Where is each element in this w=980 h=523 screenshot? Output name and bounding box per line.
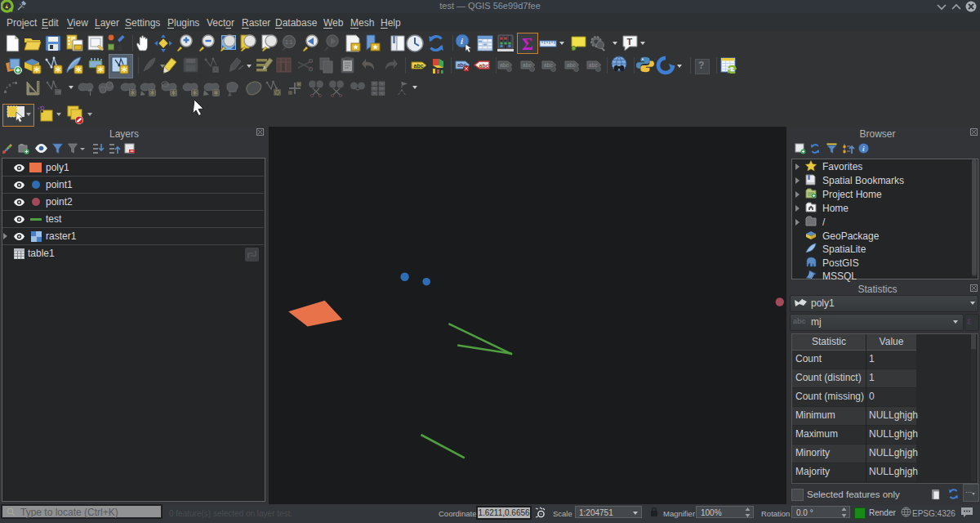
svg-text:1:1: 1:1 [285,39,293,45]
svg-text:abc: abc [479,63,489,69]
svg-text:Σ: Σ [522,34,533,53]
svg-text:T: T [627,37,633,47]
svg-text:abc: abc [414,63,424,69]
svg-text:&: & [117,42,123,52]
